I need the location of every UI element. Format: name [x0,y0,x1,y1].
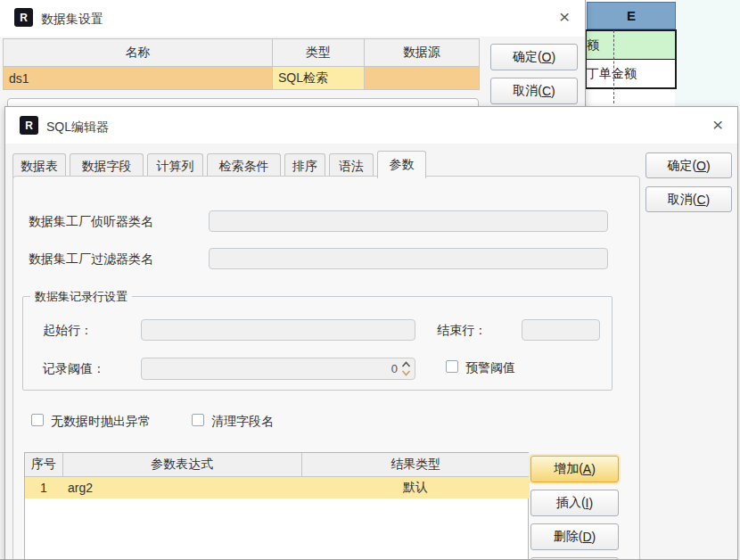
parameters-tab-panel: 数据集工厂侦听器类名 数据集工厂过滤器类名 数据集记录行设置 起始行： 结束行：… [12,176,640,560]
spinner-arrows-icon[interactable] [401,360,411,377]
tab-data-table[interactable]: 数据表 [12,153,66,178]
param-header-result-type: 结果类型 [301,453,530,476]
clean-fields-checkbox[interactable] [192,414,204,426]
sheet-cell-white[interactable]: 丁单金额 [587,61,675,87]
delete-button-key: D [582,530,591,544]
tab-syntax[interactable]: 语法 [329,153,374,178]
ok-button-paren: ) [706,159,711,173]
ok-button-paren: ) [551,50,555,64]
clean-fields-label: 清理字段名 [211,414,274,430]
tab-search-conditions[interactable]: 检索条件 [207,153,281,178]
insert-button-label: 插入( [556,495,586,511]
page-break-dashed-line [613,30,614,103]
delete-button-label: 删除( [554,529,583,545]
start-row-label: 起始行： [43,323,93,339]
filter-class-label: 数据集工厂过滤器类名 [29,251,153,268]
end-row-input[interactable] [522,319,600,341]
throw-exception-checkbox[interactable] [31,414,44,426]
dataset-table-header-type: 类型 [273,39,365,67]
tab-data-fields[interactable]: 数据字段 [70,153,144,178]
warn-threshold-checkbox[interactable] [446,360,458,373]
sql-editor-titlebar: R SQL编辑器 × [5,107,737,144]
start-row-input[interactable] [141,319,415,341]
delete-button-paren: ) [592,530,596,544]
add-button-key: A [583,462,591,476]
param-result-type-cell[interactable]: 默认 [301,476,530,498]
end-row-label: 结束行： [437,323,487,339]
param-no-cell[interactable]: 1 [25,476,62,498]
ok-button-label: 确定( [667,158,696,174]
param-header-expression: 参数表达式 [62,453,301,476]
record-threshold-spinner[interactable]: 0 [141,358,415,380]
param-header-no: 序号 [25,453,62,476]
ok-button-key: O [696,159,706,173]
table-row[interactable]: ds1 SQL检索 [4,67,480,90]
dataset-type-cell[interactable]: SQL检索 [273,67,365,90]
sheet-cell-green[interactable]: 额 [587,31,675,60]
throw-exception-label: 无数据时抛出异常 [51,414,151,430]
close-icon[interactable]: × [712,116,723,134]
cancel-button-key: C [696,193,705,207]
cancel-button-label: 取消( [513,83,542,99]
add-button-label: 增加( [554,461,583,477]
app-logo-icon: R [20,116,38,135]
parameter-table: 序号 参数表达式 结果类型 1 arg2 默认 [24,452,529,560]
warn-threshold-label: 预警阈值 [465,360,515,376]
dataset-source-cell[interactable] [365,67,480,90]
ok-button-key: O [542,50,552,64]
filter-class-input[interactable] [209,248,608,269]
close-icon[interactable]: × [559,8,570,26]
cancel-button-key: C [542,84,551,98]
dataset-dialog-titlebar: R 数据集设置 × [0,0,585,37]
sql-editor-dialog: R SQL编辑器 × 数据表 数据字段 计算列 检索条件 排序 语法 参数 确定… [4,106,738,560]
insert-button-paren: ) [588,496,593,510]
listener-class-input[interactable] [209,210,608,232]
record-row-settings-group: 数据集记录行设置 起始行： 结束行： 记录阈值： 0 预警阈值 [22,296,613,391]
cancel-button-paren: ) [706,193,711,207]
record-row-settings-title: 数据集记录行设置 [30,289,132,305]
param-expression-cell[interactable]: arg2 [62,476,301,498]
tab-computed-columns[interactable]: 计算列 [147,153,203,178]
ok-button[interactable]: 确定(O) [490,44,578,70]
cancel-button-label: 取消( [668,192,697,208]
add-button-paren: ) [591,462,596,476]
record-threshold-label: 记录阈值： [43,361,105,377]
listener-class-label: 数据集工厂侦听器类名 [29,214,153,230]
dataset-name-cell[interactable]: ds1 [4,67,273,90]
ok-button[interactable]: 确定(O) [645,152,732,178]
app-logo-icon: R [14,8,33,27]
dataset-dialog-title: 数据集设置 [41,12,103,28]
dataset-table: 名称 类型 数据源 ds1 SQL检索 [3,38,480,90]
dataset-table-header-source: 数据源 [365,39,480,67]
insert-button[interactable]: 插入(I) [530,490,619,516]
sheet-column-header-e[interactable]: E [587,2,676,29]
sql-editor-title: SQL编辑器 [46,119,109,136]
cancel-button[interactable]: 取消(C) [490,78,578,104]
record-threshold-value: 0 [391,362,398,375]
ok-button-label: 确定( [513,49,542,65]
add-button[interactable]: 增加(A) [530,456,619,482]
cancel-button[interactable]: 取消(C) [645,186,732,212]
tab-sort[interactable]: 排序 [284,153,325,178]
sql-editor-tab-bar: 数据表 数据字段 计算列 检索条件 排序 语法 参数 [12,151,426,178]
table-row[interactable]: 1 arg2 默认 [25,476,530,498]
dataset-table-header-name: 名称 [4,39,273,67]
delete-button[interactable]: 删除(D) [530,523,619,550]
sheet-cell-block: 额 丁单金额 [585,29,677,89]
cancel-button-paren: ) [551,84,555,98]
tab-parameters[interactable]: 参数 [377,151,426,178]
sheet-area [675,0,740,106]
